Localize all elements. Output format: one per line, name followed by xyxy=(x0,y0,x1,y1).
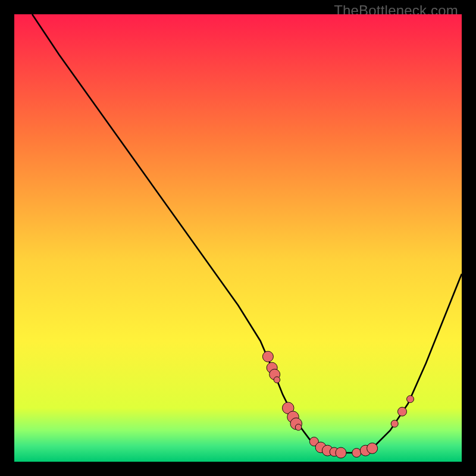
curve-marker xyxy=(391,420,398,427)
curve-marker xyxy=(407,396,414,403)
curve-marker xyxy=(367,443,378,453)
chart-svg xyxy=(14,14,462,462)
curve-marker xyxy=(295,424,302,431)
gradient-background xyxy=(14,14,462,462)
curve-marker xyxy=(336,447,346,458)
curve-marker xyxy=(262,351,273,362)
curve-marker xyxy=(397,407,406,416)
curve-marker xyxy=(352,448,361,457)
curve-marker xyxy=(274,377,280,383)
chart-frame xyxy=(14,14,462,462)
